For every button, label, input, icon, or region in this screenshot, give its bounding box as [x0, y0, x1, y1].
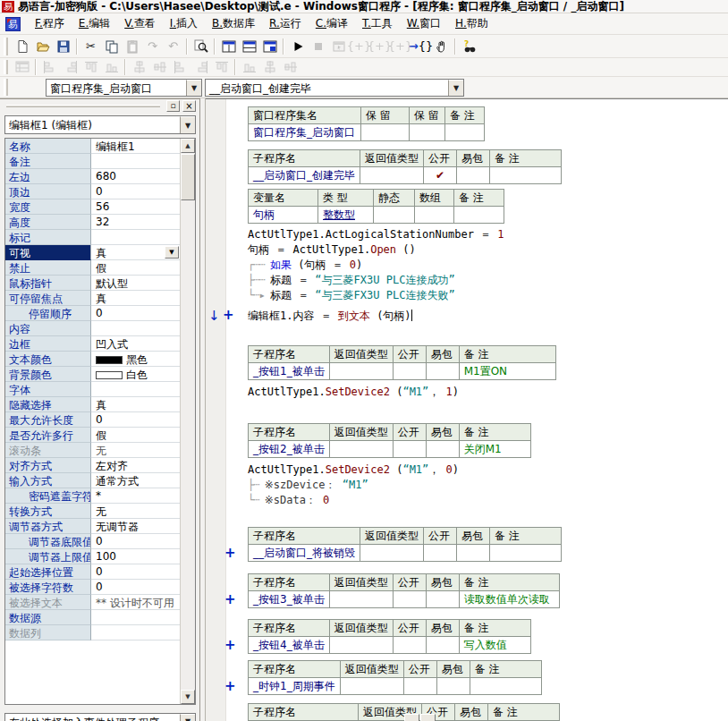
property-label[interactable]: 调节器方式: [5, 519, 91, 534]
code-line[interactable]: ├┄┄ 标题 ＝ “与三菱FX3U PLC连接成功”: [248, 273, 728, 288]
property-value[interactable]: 真: [91, 397, 180, 412]
help-find-button[interactable]: ?: [459, 37, 479, 56]
chevron-down-icon[interactable]: ▼: [448, 80, 463, 96]
property-value[interactable]: 0: [91, 564, 180, 580]
table-cell[interactable]: [361, 124, 410, 141]
align-right-button[interactable]: [60, 59, 80, 75]
table-cell[interactable]: _按钮2_被单击: [249, 441, 330, 458]
scroll-down-icon[interactable]: ▼: [181, 690, 195, 704]
expand-plus-icon[interactable]: +: [224, 547, 236, 560]
property-value[interactable]: *: [91, 488, 180, 504]
stop-button[interactable]: [308, 37, 328, 56]
window-split-horizontal-button[interactable]: [239, 37, 259, 56]
property-label[interactable]: 起始选择位置: [5, 564, 91, 580]
table-cell[interactable]: [454, 207, 504, 224]
step-into-button[interactable]: {+}: [349, 37, 369, 56]
property-label[interactable]: 文本颜色: [5, 352, 91, 367]
property-label[interactable]: 背景颜色: [5, 367, 91, 382]
property-value[interactable]: 无: [91, 443, 180, 458]
property-value[interactable]: 100: [91, 549, 180, 564]
chevron-down-icon[interactable]: ▼: [180, 116, 195, 133]
property-row[interactable]: 名称编辑框1: [5, 139, 180, 154]
property-label[interactable]: 被选择文本: [5, 595, 91, 610]
property-row[interactable]: 文本颜色黑色: [5, 352, 180, 367]
table-cell[interactable]: _时钟1_周期事件: [249, 678, 341, 695]
menu-item-4[interactable]: B.数据库: [205, 13, 262, 34]
app-menu-icon[interactable]: 易: [5, 17, 21, 31]
property-row[interactable]: 高度32: [5, 215, 180, 230]
scroll-left-icon[interactable]: [404, 714, 419, 721]
property-row[interactable]: 调节器底限值0: [5, 534, 180, 549]
menu-item-8[interactable]: W.窗口: [400, 13, 448, 34]
property-row[interactable]: 调节器方式无调节器: [5, 519, 180, 534]
window-form-button[interactable]: [259, 37, 280, 56]
property-value[interactable]: 编辑框1: [91, 139, 180, 154]
code-line[interactable]: ActUtlType1.SetDevice2 (“M1”， 1): [248, 385, 728, 400]
property-label[interactable]: 名称: [5, 139, 91, 154]
align-bottom-button[interactable]: [101, 59, 122, 75]
table-cell[interactable]: 写入数值: [459, 637, 530, 654]
table-cell[interactable]: [490, 167, 562, 184]
property-label[interactable]: 被选择字符数: [5, 580, 91, 595]
property-row[interactable]: 滚动条无: [5, 443, 180, 458]
property-row[interactable]: 对齐方式左对齐: [5, 458, 180, 473]
table-cell[interactable]: __启动窗口_将被销毁: [249, 545, 360, 562]
property-label[interactable]: 标记: [5, 230, 91, 245]
property-row[interactable]: 停留顺序0: [5, 306, 180, 321]
property-label[interactable]: 备注: [5, 154, 91, 169]
property-label[interactable]: 密码遮盖字符: [5, 488, 91, 504]
table-cell[interactable]: [329, 363, 393, 380]
menu-item-2[interactable]: V.查看: [117, 13, 162, 34]
property-label[interactable]: 最大允许长度: [5, 412, 91, 428]
table-cell[interactable]: 读取数值单次读取: [459, 591, 559, 608]
make-same-width-button[interactable]: [211, 59, 232, 75]
property-row[interactable]: 可视真▼: [5, 245, 180, 260]
property-row[interactable]: 最大允许长度0: [5, 412, 180, 428]
redo-button[interactable]: ↷: [142, 37, 163, 56]
expand-plus-icon[interactable]: +: [223, 309, 234, 322]
property-value[interactable]: 0: [91, 306, 180, 321]
table-cell[interactable]: [340, 678, 403, 695]
property-value[interactable]: [91, 230, 180, 245]
table-cell[interactable]: [415, 207, 454, 224]
code-editor[interactable]: 窗口程序集名保 留保 留备 注窗口程序集_启动窗口子程序名返回值类型公开易包备 …: [206, 98, 728, 721]
property-label[interactable]: 调节器底限值: [5, 534, 91, 549]
property-label[interactable]: 内容: [5, 321, 91, 336]
scrollbar-thumb[interactable]: [181, 154, 195, 200]
property-row[interactable]: 禁止假: [5, 260, 180, 276]
property-row[interactable]: 被选择文本** 设计时不可用: [5, 595, 180, 610]
run-to-cursor-button[interactable]: →{}: [411, 37, 431, 56]
menu-item-9[interactable]: H.帮助: [448, 13, 495, 34]
property-value[interactable]: 680: [91, 169, 180, 184]
property-label[interactable]: 滚动条: [5, 443, 91, 458]
property-value[interactable]: 凹入式: [91, 336, 180, 352]
property-row[interactable]: 输入方式通常方式: [5, 473, 180, 488]
float-window-icon[interactable]: ▫: [166, 100, 180, 112]
property-label[interactable]: 顶边: [5, 184, 91, 199]
table-cell[interactable]: M1置ON: [459, 363, 555, 380]
code-line[interactable]: └┄▸ 标题 ＝ “与三菱FX3U PLC连接失败”: [248, 288, 728, 303]
property-row[interactable]: 被选择字符数0: [5, 580, 180, 595]
table-cell[interactable]: 整数型: [318, 207, 374, 224]
scroll-right-icon[interactable]: [420, 714, 436, 721]
form-designer-button[interactable]: [12, 59, 32, 75]
property-value[interactable]: 0: [91, 412, 180, 428]
table-cell[interactable]: 窗口程序集_启动窗口: [249, 124, 361, 141]
table-cell[interactable]: [490, 545, 562, 562]
cut-button[interactable]: ✂: [80, 37, 101, 56]
pause-hand-button[interactable]: [431, 37, 452, 56]
property-value[interactable]: [91, 625, 180, 640]
property-row[interactable]: 左边680: [5, 169, 180, 184]
run-button[interactable]: [287, 37, 308, 56]
center-in-form-button[interactable]: [280, 59, 301, 75]
scroll-up-icon[interactable]: ▲: [181, 139, 195, 153]
property-row[interactable]: 字体: [5, 382, 180, 397]
expand-plus-icon[interactable]: +: [224, 593, 236, 606]
copy-button[interactable]: [101, 37, 122, 56]
table-cell[interactable]: [329, 591, 393, 608]
property-value[interactable]: [91, 154, 180, 169]
table-cell[interactable]: [329, 441, 393, 458]
code-line[interactable]: ActUtlType1.ActLogicalStationNumber ＝ 1: [248, 227, 728, 242]
property-value[interactable]: 白色: [91, 367, 180, 382]
space-horizontal-button[interactable]: [170, 59, 190, 75]
